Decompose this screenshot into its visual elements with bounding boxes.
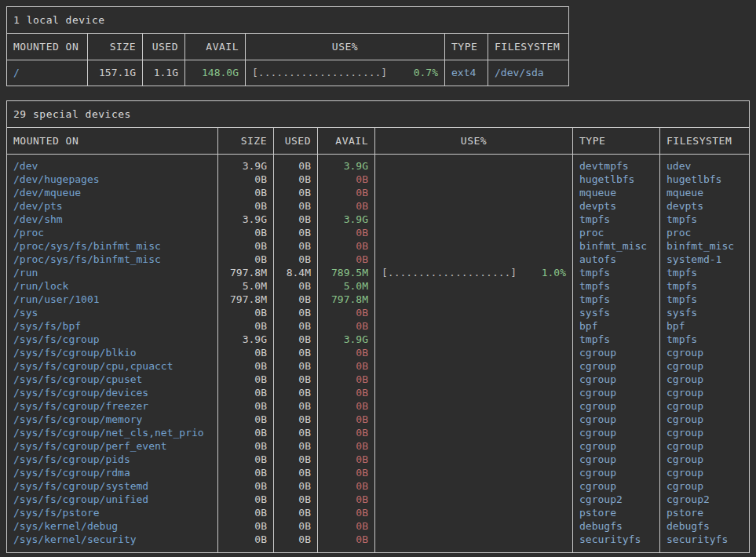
usage-cell bbox=[375, 306, 573, 319]
usage-cell bbox=[375, 226, 573, 239]
size-value: 0B bbox=[218, 319, 274, 333]
size-value: 0B bbox=[218, 173, 274, 186]
usage-cell bbox=[375, 519, 573, 533]
used-value: 0B bbox=[274, 213, 318, 226]
usage-cell bbox=[375, 386, 573, 399]
filesystem-value: cgroup bbox=[660, 413, 749, 426]
table-row: /proc/sys/fs/binfmt_misc0B0B0B autofssys… bbox=[7, 253, 749, 266]
size-value: 0B bbox=[218, 413, 274, 426]
avail-value: 0B bbox=[318, 439, 375, 453]
used-value: 0B bbox=[274, 493, 318, 506]
size-value: 0B bbox=[218, 386, 274, 399]
type-value: cgroup bbox=[573, 373, 660, 386]
mount-point: /sys/fs/bpf bbox=[7, 319, 218, 333]
usage-cell bbox=[375, 466, 573, 479]
usage-cell bbox=[375, 506, 573, 519]
usage-cell bbox=[375, 239, 573, 253]
table-row: /dev/hugepages0B0B0B hugetlbfshugetlbfs bbox=[7, 173, 749, 186]
table-row: /157.1G1.1G148.0G[....................]0… bbox=[7, 60, 568, 86]
special-devices-table-title: 29 special devices bbox=[7, 101, 749, 128]
column-header: MOUNTED ON bbox=[7, 34, 88, 60]
mount-point: /sys/fs/cgroup/memory bbox=[7, 413, 218, 426]
table-row: /sys/fs/cgroup/blkio0B0B0B cgroupcgroup bbox=[7, 346, 749, 359]
column-header: USED bbox=[274, 128, 318, 154]
size-value: 3.9G bbox=[218, 213, 274, 226]
mount-point: /dev/mqueue bbox=[7, 186, 218, 199]
mount-point: /sys/fs/cgroup/systemd bbox=[7, 479, 218, 493]
table-row: /sys/fs/cgroup3.9G0B3.9G tmpfstmpfs bbox=[7, 333, 749, 346]
avail-value: 0B bbox=[318, 226, 375, 239]
type-value: cgroup bbox=[573, 386, 660, 399]
filesystem-value: debugfs bbox=[660, 519, 749, 533]
mount-point: /run bbox=[7, 266, 218, 279]
used-value: 0B bbox=[274, 346, 318, 359]
usage-cell: [....................]1.0% bbox=[375, 266, 573, 279]
filesystem-value: cgroup bbox=[660, 466, 749, 479]
mount-point: /proc/sys/fs/binfmt_misc bbox=[7, 253, 218, 266]
avail-value: 0B bbox=[318, 306, 375, 319]
used-value: 0B bbox=[274, 386, 318, 399]
used-value: 0B bbox=[274, 173, 318, 186]
filesystem-value: mqueue bbox=[660, 186, 749, 199]
type-value: tmpfs bbox=[573, 213, 660, 226]
type-value: tmpfs bbox=[573, 333, 660, 346]
mount-point: /sys/fs/cgroup/devices bbox=[7, 386, 218, 399]
type-value: ext4 bbox=[445, 60, 488, 86]
used-value: 0B bbox=[274, 373, 318, 386]
size-value: 0B bbox=[218, 519, 274, 533]
type-value: cgroup bbox=[573, 399, 660, 413]
usage-percent: 1.0% bbox=[542, 266, 566, 279]
table-row: /run797.8M8.4M789.5M[...................… bbox=[7, 266, 749, 279]
avail-value: 3.9G bbox=[318, 213, 375, 226]
avail-value: 0B bbox=[318, 413, 375, 426]
table-row: /dev/pts0B0B0B devptsdevpts bbox=[7, 199, 749, 213]
filesystem-value: bpf bbox=[660, 319, 749, 333]
size-value: 157.1G bbox=[88, 60, 143, 86]
table-row: /sys/fs/cgroup/rdma0B0B0B cgroupcgroup bbox=[7, 466, 749, 479]
mount-point: /run/user/1001 bbox=[7, 293, 218, 306]
usage-percent: 0.7% bbox=[414, 67, 438, 79]
type-value: securityfs bbox=[573, 533, 660, 552]
mount-point: /sys/fs/cgroup/cpu,cpuacct bbox=[7, 359, 218, 373]
table-row: /proc/sys/fs/binfmt_misc0B0B0B binfmt_mi… bbox=[7, 239, 749, 253]
local-devices-table-body: /157.1G1.1G148.0G[....................]0… bbox=[7, 60, 568, 86]
size-value: 0B bbox=[218, 439, 274, 453]
avail-value: 5.0M bbox=[318, 279, 375, 293]
filesystem-value: cgroup bbox=[660, 373, 749, 386]
avail-value: 0B bbox=[318, 186, 375, 199]
table-row: /sys/fs/cgroup/net_cls,net_prio0B0B0B cg… bbox=[7, 426, 749, 439]
usage-cell bbox=[375, 213, 573, 226]
mount-point: /sys/fs/cgroup/pids bbox=[7, 453, 218, 466]
size-value: 0B bbox=[218, 253, 274, 266]
special-devices-header-row: MOUNTED ONSIZEUSEDAVAILUSE%TYPEFILESYSTE… bbox=[7, 128, 749, 155]
size-value: 0B bbox=[218, 346, 274, 359]
size-value: 0B bbox=[218, 453, 274, 466]
usage-cell: [....................]0.7% bbox=[246, 60, 445, 86]
column-header: USED bbox=[143, 34, 185, 60]
used-value: 0B bbox=[274, 226, 318, 239]
size-value: 3.9G bbox=[218, 333, 274, 346]
usage-bar: [....................] bbox=[382, 266, 517, 279]
table-row: /dev/mqueue0B0B0B mqueuemqueue bbox=[7, 186, 749, 199]
column-header: MOUNTED ON bbox=[7, 128, 218, 154]
special-devices-table: 29 special devices MOUNTED ONSIZEUSEDAVA… bbox=[6, 100, 750, 553]
used-value: 0B bbox=[274, 279, 318, 293]
type-value: cgroup bbox=[573, 413, 660, 426]
avail-value: 0B bbox=[318, 373, 375, 386]
size-value: 0B bbox=[218, 493, 274, 506]
size-value: 0B bbox=[218, 373, 274, 386]
filesystem-value: securityfs bbox=[660, 533, 749, 552]
type-value: binfmt_misc bbox=[573, 239, 660, 253]
usage-cell bbox=[375, 426, 573, 439]
used-value: 0B bbox=[274, 439, 318, 453]
local-devices-table: 1 local device MOUNTED ONSIZEUSEDAVAILUS… bbox=[6, 6, 569, 86]
usage-bar: [....................] bbox=[252, 67, 387, 79]
table-row: /dev/shm3.9G0B3.9G tmpfstmpfs bbox=[7, 213, 749, 226]
type-value: autofs bbox=[573, 253, 660, 266]
column-header: TYPE bbox=[573, 128, 660, 154]
used-value: 0B bbox=[274, 155, 318, 173]
avail-value: 0B bbox=[318, 199, 375, 213]
filesystem-value: /dev/sda bbox=[488, 60, 568, 86]
column-header: FILESYSTEM bbox=[488, 34, 568, 60]
filesystem-value: hugetlbfs bbox=[660, 173, 749, 186]
